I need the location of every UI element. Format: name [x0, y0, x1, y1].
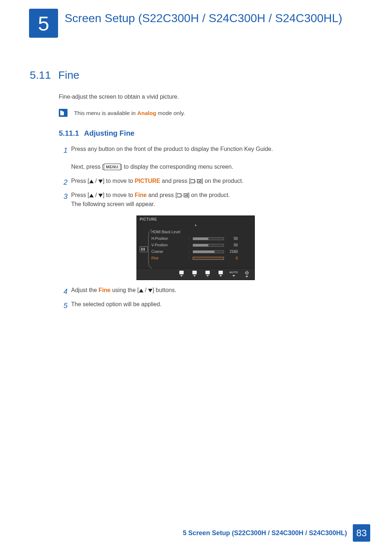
step-1-line1: Press any button on the front of the pro… [71, 146, 273, 152]
triangle-up-icon [89, 180, 94, 183]
note-prefix: This menu is available in [74, 110, 137, 116]
osd-value: 50 [226, 243, 238, 247]
keyword-fine: Fine [99, 287, 111, 293]
osd-label: V-Position [151, 243, 186, 247]
osd-foot-minus-icon [191, 271, 199, 278]
t: Press [ [71, 192, 89, 198]
c: : [188, 237, 191, 241]
osd-label: Coarse [151, 250, 186, 254]
step-5-text: The selected option will be applied. [71, 301, 162, 307]
osd-slider [193, 237, 224, 240]
step-1-line2a: Next, press [ [71, 164, 104, 170]
osd-foot-power-icon: ⏻ [243, 271, 251, 278]
subsection-title: Adjusting Fine [84, 128, 135, 139]
source-enter-icon: / [191, 179, 201, 184]
osd-screenshot: PICTURE ▲ HDMI Black Level H-Position : [136, 216, 359, 280]
osd-row-hpos: H-Position : 50 [151, 235, 251, 242]
osd-foot-plus-icon [204, 271, 212, 278]
triangle-down-icon [98, 194, 103, 197]
t: ] on the product. [201, 178, 244, 184]
osd-value: 0 [226, 256, 238, 260]
subsection-heading: 5.11.1 Adjusting Fine [59, 128, 359, 139]
osd-value: 2160 [226, 250, 238, 254]
step-1: 1 Press any button on the front of the p… [59, 145, 359, 172]
c: : [188, 250, 191, 254]
intro-text: Fine-adjust the screen to obtain a vivid… [59, 93, 359, 102]
t: Press [ [71, 178, 89, 184]
page: 5 Screen Setup (S22C300H / S24C300H / S2… [0, 0, 392, 554]
osd-foot-back-icon [177, 271, 185, 278]
c: : [188, 256, 191, 260]
osd-panel: PICTURE ▲ HDMI Black Level H-Position : [136, 216, 255, 280]
chapter-number-badge: 5 [29, 9, 58, 38]
osd-row-coarse: Coarse : 2160 [151, 249, 251, 255]
osd-body: HDMI Black Level H-Position : 50 V-Posit… [137, 227, 254, 268]
triangle-down-icon [98, 180, 103, 183]
osd-bracket-icon [148, 229, 153, 269]
page-number-badge: 83 [353, 524, 370, 542]
t: ] to move to [103, 192, 135, 198]
osd-slider [193, 250, 224, 253]
step-4: 4 Adjust the Fine using the [ / ] button… [59, 286, 359, 295]
chapter-title: Screen Setup (S22C300H / S24C300H / S24C… [65, 9, 342, 25]
content-body: Fine-adjust the screen to obtain a vivid… [59, 93, 359, 314]
osd-value: 50 [226, 237, 238, 241]
page-footer: 5 Screen Setup (S22C300H / S24C300H / S2… [183, 524, 370, 542]
osd-row-vpos: V-Position : 50 [151, 242, 251, 249]
keyword-picture: PICTURE [135, 178, 160, 184]
t: and press [ [147, 192, 177, 198]
t: Adjust the [71, 287, 99, 293]
osd-row-hdmi: HDMI Black Level [151, 229, 251, 235]
t: ] on the product. [188, 192, 230, 198]
svg-rect-3 [177, 194, 181, 197]
note-text: This menu is available in Analog mode on… [74, 109, 185, 118]
triangle-up-icon [89, 194, 94, 197]
osd-label: H-Position [151, 237, 186, 241]
note-emphasis: Analog [137, 110, 156, 116]
osd-foot-auto: AUTO [230, 271, 238, 278]
section-heading: 5.11 Fine [30, 69, 367, 81]
step-number: 4 [59, 286, 68, 297]
step-1-line2b: ] to display the corresponding menu scre… [121, 164, 233, 170]
osd-slider [193, 257, 224, 260]
c: : [188, 243, 191, 247]
triangle-down-icon [148, 289, 152, 292]
step-number: 1 [59, 145, 68, 156]
triangle-up-icon [139, 289, 143, 292]
note: This menu is available in Analog mode on… [59, 109, 359, 118]
osd-label: Fine [151, 256, 186, 260]
osd-category-icon [140, 246, 148, 252]
t: ] to move to [103, 178, 135, 184]
t: and press [ [160, 178, 191, 184]
step-3-trail: The following screen will appear. [71, 201, 155, 207]
svg-rect-0 [191, 180, 195, 183]
step-number: 3 [59, 191, 68, 202]
step-number: 5 [59, 300, 68, 311]
source-enter-icon: / [177, 193, 188, 198]
osd-footer: AUTO ⏻ [137, 268, 254, 280]
osd-foot-enter-icon [217, 271, 225, 278]
osd-row-fine-selected: Fine : 0 [151, 255, 251, 262]
osd-label: HDMI Black Level [151, 230, 186, 234]
step-2: 2 Press [ / ] to move to PICTURE and pre… [59, 177, 359, 186]
section-title: Fine [58, 69, 79, 81]
keyword-fine: Fine [135, 192, 147, 198]
step-number: 2 [59, 177, 68, 188]
step-5: 5 The selected option will be applied. [59, 300, 359, 309]
section-number: 5.11 [30, 69, 51, 81]
step-list: 1 Press any button on the front of the p… [59, 145, 359, 309]
t: ] buttons. [152, 287, 176, 293]
note-suffix: mode only. [156, 110, 185, 116]
osd-slider [193, 244, 224, 247]
step-3: 3 Press [ / ] to move to Fine and press … [59, 191, 359, 280]
chapter-header: 5 Screen Setup (S22C300H / S24C300H / S2… [29, 9, 367, 38]
t: using the [ [111, 287, 139, 293]
note-icon [59, 109, 68, 117]
osd-title: PICTURE [137, 216, 254, 223]
subsection-number: 5.11.1 [59, 128, 79, 139]
footer-text: 5 Screen Setup (S22C300H / S24C300H / S2… [183, 529, 347, 537]
menu-key-icon: MENU [104, 164, 121, 170]
osd-scroll-up-icon: ▲ [137, 223, 254, 228]
